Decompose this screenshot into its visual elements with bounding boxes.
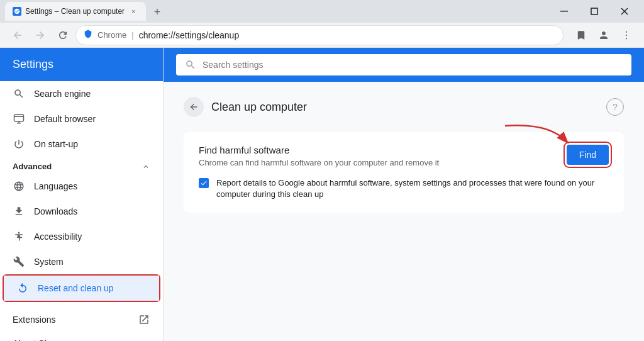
close-window-button[interactable] xyxy=(610,1,639,21)
reset-icon xyxy=(16,282,29,294)
section-card: Find harmful software Chrome can find ha… xyxy=(184,132,624,213)
back-button[interactable] xyxy=(8,25,28,45)
find-button-wrapper: Find xyxy=(567,145,609,165)
title-bar: Settings – Clean up computer × + xyxy=(0,0,644,23)
sidebar-item-accessibility-label: Accessibility xyxy=(34,232,82,242)
sidebar-item-system-label: System xyxy=(34,257,64,267)
sidebar-item-accessibility[interactable]: Accessibility xyxy=(0,224,163,249)
sidebar-item-reset-clean[interactable]: Reset and clean up xyxy=(4,276,159,301)
search-box[interactable] xyxy=(176,54,631,75)
main-content: Settings Search engine Default browser O… xyxy=(0,48,644,341)
account-button[interactable] xyxy=(594,25,614,45)
page-title: Clean up computer xyxy=(211,101,599,114)
checkbox-row: Report details to Google about harmful s… xyxy=(199,177,609,200)
sidebar-item-default-browser-label: Default browser xyxy=(34,114,96,124)
chevron-up-icon xyxy=(142,162,150,171)
settings-search-bar xyxy=(164,48,644,82)
bookmark-button[interactable] xyxy=(571,25,591,45)
address-bar[interactable]: Chrome | chrome://settings/cleanup xyxy=(75,25,564,45)
address-prefix: Chrome xyxy=(97,30,126,40)
nav-right xyxy=(571,25,636,45)
section-title: Find harmful software xyxy=(199,145,439,155)
address-url: chrome://settings/cleanup xyxy=(139,30,240,40)
sidebar-item-on-startup-label: On start-up xyxy=(34,139,78,149)
power-icon xyxy=(13,138,25,150)
active-tab[interactable]: Settings – Clean up computer × xyxy=(5,2,146,21)
advanced-section-header[interactable]: Advanced xyxy=(0,157,163,174)
minimize-button[interactable] xyxy=(550,1,579,21)
browser-frame: Settings – Clean up computer × + xyxy=(0,0,644,341)
find-button[interactable]: Find xyxy=(567,145,609,165)
nav-bar: Chrome | chrome://settings/cleanup xyxy=(0,23,644,48)
sidebar-item-extensions[interactable]: Extensions xyxy=(0,307,163,332)
new-tab-button[interactable]: + xyxy=(148,3,166,21)
maximize-button[interactable] xyxy=(580,1,609,21)
menu-button[interactable] xyxy=(616,25,636,45)
sidebar-item-about-chrome[interactable]: About Chrome xyxy=(0,332,163,341)
globe-icon xyxy=(13,180,25,193)
sidebar-item-search-engine-label: Search engine xyxy=(34,89,91,99)
sidebar-item-system[interactable]: System xyxy=(0,249,163,274)
sidebar-item-languages[interactable]: Languages xyxy=(0,174,163,199)
tab-close-button[interactable]: × xyxy=(128,6,138,16)
external-link-icon xyxy=(138,313,150,326)
sidebar-item-search-engine[interactable]: Search engine xyxy=(0,81,163,106)
search-input[interactable] xyxy=(203,60,623,70)
browser-icon xyxy=(13,113,25,125)
system-icon xyxy=(13,255,25,268)
window-controls xyxy=(550,1,639,21)
sidebar-header: Settings xyxy=(0,48,163,81)
page-content: Clean up computer ? Find harmful softwar… xyxy=(164,48,644,341)
tab-favicon xyxy=(13,7,21,16)
refresh-button[interactable] xyxy=(53,25,73,45)
tab-title: Settings – Clean up computer xyxy=(25,7,125,16)
page-back-button[interactable] xyxy=(184,97,204,117)
search-icon xyxy=(13,87,25,100)
download-icon xyxy=(13,205,25,218)
section-description: Chrome can find harmful software on your… xyxy=(199,158,439,167)
sidebar-item-on-startup[interactable]: On start-up xyxy=(0,131,163,157)
sidebar-item-downloads[interactable]: Downloads xyxy=(0,199,163,224)
forward-button[interactable] xyxy=(30,25,50,45)
red-arrow xyxy=(499,120,574,157)
sidebar-item-downloads-label: Downloads xyxy=(34,206,77,216)
tab-bar: Settings – Clean up computer × + xyxy=(5,2,550,21)
accessibility-icon xyxy=(13,230,25,243)
sidebar-item-reset-clean-label: Reset and clean up xyxy=(38,283,114,293)
svg-rect-7 xyxy=(14,115,24,121)
page-header: Clean up computer ? xyxy=(184,97,624,117)
svg-point-4 xyxy=(626,31,627,32)
search-icon xyxy=(185,59,196,70)
checkbox-label: Report details to Google about harmful s… xyxy=(216,177,609,200)
section-top: Find harmful software Chrome can find ha… xyxy=(199,145,609,167)
sidebar-item-default-browser[interactable]: Default browser xyxy=(0,106,163,131)
svg-point-5 xyxy=(626,34,627,35)
address-security-icon xyxy=(84,30,92,40)
help-button[interactable]: ? xyxy=(606,98,624,116)
section-text: Find harmful software Chrome can find ha… xyxy=(199,145,439,167)
svg-point-8 xyxy=(18,232,20,234)
report-checkbox[interactable] xyxy=(199,178,209,188)
sidebar-item-extensions-label: Extensions xyxy=(13,315,55,325)
svg-rect-0 xyxy=(560,11,568,12)
sidebar-item-languages-label: Languages xyxy=(34,181,77,191)
sidebar: Settings Search engine Default browser O… xyxy=(0,48,164,341)
svg-rect-1 xyxy=(591,8,597,14)
svg-point-6 xyxy=(626,38,627,39)
advanced-label: Advanced xyxy=(13,162,52,171)
sidebar-item-about-chrome-label: About Chrome xyxy=(13,338,69,341)
address-separator: | xyxy=(131,30,133,40)
content-body: Clean up computer ? Find harmful softwar… xyxy=(164,82,644,238)
